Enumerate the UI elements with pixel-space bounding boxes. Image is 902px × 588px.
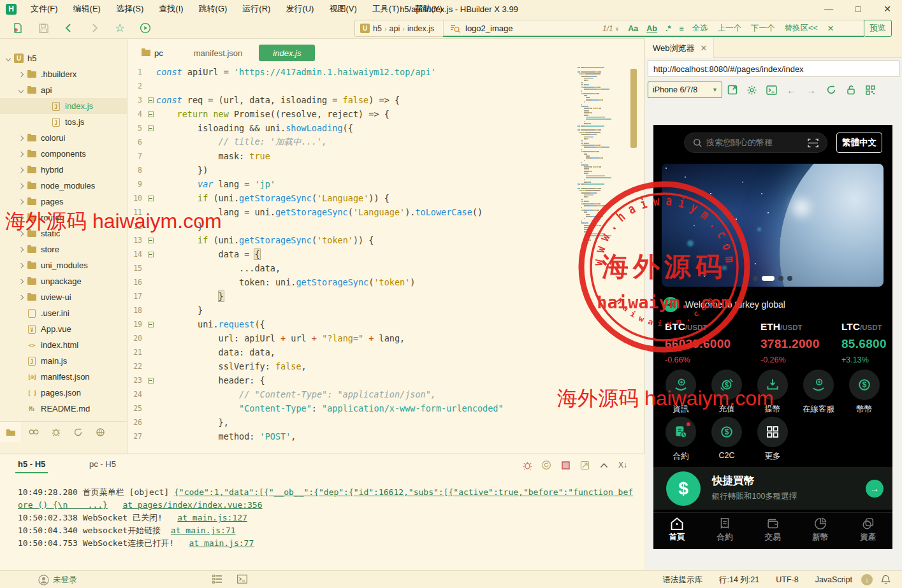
fold-gutter[interactable] (145, 378, 156, 384)
console-stop-icon[interactable] (556, 458, 575, 472)
tree-item-App-vue[interactable]: VApp.vue (0, 321, 127, 337)
webview-tab-close-icon[interactable]: ✕ (701, 43, 708, 53)
tree-item-tos-js[interactable]: Jtos.js (0, 114, 127, 130)
grid-item-c2c[interactable]: $C2C (704, 417, 750, 460)
terminal-icon[interactable] (237, 575, 247, 584)
plugins-tool-tab[interactable] (89, 422, 112, 442)
debug-tool-tab[interactable] (45, 422, 67, 442)
tree-item--user-ini[interactable]: .user.ini (0, 305, 127, 321)
fold-marker-icon[interactable] (148, 97, 154, 103)
expand-chevron-icon[interactable] (18, 71, 24, 76)
scan-icon[interactable] (808, 138, 818, 148)
fold-gutter[interactable] (145, 125, 156, 131)
expand-chevron-icon[interactable] (18, 167, 24, 172)
expand-chevron-icon[interactable] (6, 55, 11, 61)
grid-item-service[interactable]: 在線客服 (796, 369, 841, 415)
new-file-button[interactable] (5, 20, 31, 36)
carousel-dot-active[interactable] (762, 276, 775, 281)
code-area[interactable]: 1const apiUrl = 'https://417admin.1.haiw… (127, 65, 574, 443)
breadcrumb-segment-api[interactable]: api (389, 24, 400, 33)
nav-item-assets[interactable]: 資產 (845, 517, 892, 543)
menu-item-1[interactable]: 编辑(E) (66, 0, 108, 18)
search-action-0[interactable]: 全选 (692, 23, 708, 34)
tree-item-pages-json[interactable]: [ ]pages.json (0, 385, 127, 401)
fold-marker-icon[interactable] (148, 238, 154, 243)
console-clear-icon[interactable]: X↓ (613, 458, 632, 472)
search-action-3[interactable]: 替换区<< (785, 23, 818, 34)
menu-item-2[interactable]: 选择(S) (108, 0, 151, 18)
breadcrumb-segment-index.js[interactable]: index.js (407, 24, 434, 33)
editor-tab-pc[interactable]: pc (127, 45, 177, 61)
fold-gutter[interactable] (145, 252, 156, 257)
fold-gutter[interactable] (145, 238, 156, 243)
close-button[interactable]: ✕ (873, 0, 902, 18)
menu-item-4[interactable]: 跳转(G) (191, 0, 235, 18)
browser-forward-icon[interactable]: → (801, 82, 821, 97)
save-button[interactable] (31, 20, 56, 36)
expand-chevron-icon[interactable] (18, 247, 24, 252)
carousel-dot[interactable] (753, 276, 758, 281)
editor-scrollbar[interactable] (630, 69, 637, 148)
tree-item-manifest-json[interactable]: [⊙]manifest.json (0, 369, 127, 385)
expand-chevron-icon[interactable] (18, 183, 24, 188)
tree-item-README-md[interactable]: M↓README.md (0, 401, 127, 417)
expand-chevron-icon[interactable] (18, 294, 24, 299)
console-restart-icon[interactable] (537, 458, 556, 472)
nav-item-trade[interactable]: 交易 (749, 517, 796, 543)
language-switch-button[interactable]: 繁體中文 (836, 133, 882, 153)
minimize-button[interactable]: — (814, 0, 843, 18)
search-action-4[interactable]: ✕ (827, 24, 834, 33)
search-input[interactable]: logo2_image (465, 24, 602, 33)
qr-code-icon[interactable] (861, 82, 880, 97)
quick-buy-card[interactable]: $ 快捷買幣 銀行轉賬和100多種選擇 → (653, 467, 892, 510)
expand-chevron-icon[interactable] (18, 199, 24, 204)
quick-buy-arrow-button[interactable]: → (866, 480, 884, 498)
tree-item-main-js[interactable]: Jmain.js (0, 353, 127, 369)
regex-toggle[interactable]: .* (666, 24, 671, 33)
encoding-status[interactable]: UTF-8 (776, 575, 798, 584)
refresh-tool-tab[interactable] (67, 422, 89, 442)
breadcrumb[interactable]: U h5›api›index.js (355, 24, 443, 33)
fold-gutter[interactable] (145, 322, 156, 327)
tree-item-uni-modules[interactable]: uni_modules (0, 257, 127, 273)
fold-gutter[interactable] (145, 111, 156, 117)
preview-button[interactable]: 预览 (864, 20, 892, 37)
console-debug-icon[interactable] (518, 458, 537, 472)
match-case-toggle[interactable]: Aa (628, 24, 638, 33)
console-log-link[interactable]: at pages/index/index.vue:356 (122, 500, 262, 510)
fold-gutter[interactable] (145, 97, 156, 103)
run-button[interactable] (133, 20, 158, 36)
menu-item-0[interactable]: 文件(F) (23, 0, 66, 18)
project-explorer-tab[interactable] (0, 422, 22, 442)
search-tool-tab[interactable] (22, 422, 45, 442)
back-button[interactable] (56, 20, 82, 36)
fold-marker-icon[interactable] (148, 252, 154, 257)
search-action-1[interactable]: 上一个 (718, 23, 742, 34)
tree-item-node-modules[interactable]: node_modules (0, 178, 127, 194)
grid-item-spot[interactable]: $幣幣 (841, 369, 887, 415)
settings-gear-icon[interactable] (742, 82, 762, 97)
download-status-icon[interactable]: ↓ (861, 574, 873, 585)
tree-item-store[interactable]: store (0, 241, 127, 257)
webview-tab[interactable]: Web浏览器 ✕ (645, 38, 714, 58)
carousel-dot[interactable] (778, 276, 783, 281)
console-tab-pc[interactable]: pc - H5 (89, 459, 116, 469)
nav-item-newcoin[interactable]: 新幣 (797, 517, 844, 543)
expand-chevron-icon[interactable] (18, 278, 24, 283)
url-input[interactable]: http://localhost:8080/#/pages/index/inde… (648, 61, 899, 77)
console-log-link[interactable]: at main.js:77 (189, 538, 254, 548)
tree-item-index-js[interactable]: Jindex.js (0, 98, 127, 114)
tree-item-api[interactable]: api (0, 82, 127, 98)
search-action-2[interactable]: 下一个 (751, 23, 775, 34)
language-mode-status[interactable]: JavaScript (815, 575, 852, 584)
console-export-icon[interactable] (575, 458, 594, 472)
filter-lines-toggle[interactable]: ≡ (679, 24, 683, 33)
menu-item-3[interactable]: 查找(I) (151, 0, 191, 18)
nav-item-contract-doc[interactable]: 合約 (701, 517, 748, 543)
menu-item-5[interactable]: 运行(R) (235, 0, 278, 18)
tree-item-project-h5[interactable]: Uh5 (0, 50, 127, 66)
menu-item-6[interactable]: 发行(U) (278, 0, 321, 18)
carousel-dot[interactable] (787, 276, 792, 281)
search-count-caret-icon[interactable]: ∨ (615, 25, 620, 32)
fold-marker-icon[interactable] (148, 196, 154, 201)
